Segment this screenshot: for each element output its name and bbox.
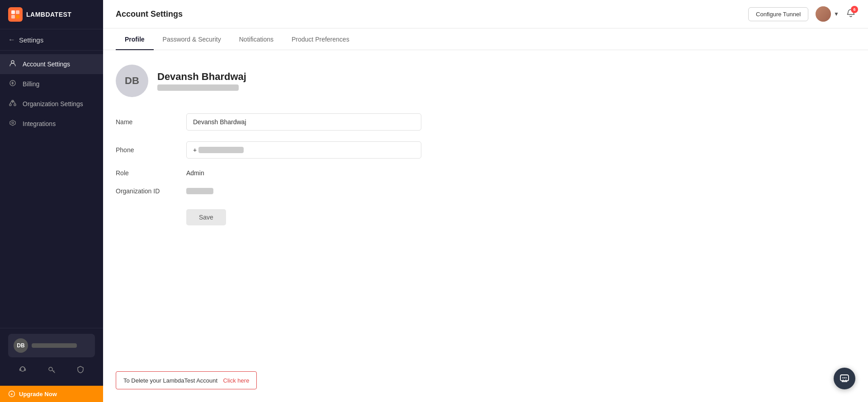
svg-text:+: + <box>10 392 13 397</box>
form-row-phone: Phone + <box>116 141 432 159</box>
organization-settings-icon <box>8 99 17 108</box>
tab-password-security[interactable]: Password & Security <box>154 28 230 50</box>
sidebar-bottom: DB <box>0 328 103 386</box>
name-input[interactable] <box>186 113 421 131</box>
svg-point-17 <box>842 377 843 378</box>
svg-rect-1 <box>16 10 19 14</box>
save-button[interactable]: Save <box>186 209 226 225</box>
sidebar-item-org-settings-label: Organization Settings <box>23 100 83 108</box>
form-row-org-id: Organization ID <box>116 187 432 195</box>
profile-form: Name Phone + Role Admin Organization ID … <box>116 113 432 225</box>
user-avatar-img <box>816 6 831 22</box>
sidebar-item-account-settings[interactable]: Account Settings <box>0 54 103 74</box>
notification-bell[interactable]: 6 <box>846 9 855 20</box>
name-label: Name <box>116 118 179 126</box>
org-id-value-masked <box>186 188 213 194</box>
profile-header: DB Devansh Bhardwaj <box>116 65 855 97</box>
svg-point-19 <box>845 377 846 378</box>
account-settings-icon <box>8 60 17 69</box>
svg-point-13 <box>49 367 52 371</box>
profile-info: Devansh Bhardwaj <box>157 71 246 91</box>
phone-plus-sign: + <box>193 146 197 154</box>
header-actions: Configure Tunnel ▼ 6 <box>748 6 855 22</box>
sidebar-item-billing-label: Billing <box>23 80 39 88</box>
sidebar-user-info: DB <box>8 334 95 357</box>
role-label: Role <box>116 169 179 177</box>
configure-tunnel-button[interactable]: Configure Tunnel <box>748 7 808 21</box>
delete-account-link[interactable]: Click here <box>223 377 250 384</box>
sidebar-item-billing[interactable]: Billing <box>0 74 103 94</box>
svg-point-18 <box>844 377 845 378</box>
svg-point-4 <box>11 61 14 63</box>
phone-input-wrapper: + <box>186 141 421 159</box>
sidebar-user-avatar: DB <box>14 338 28 353</box>
delete-account-box: To Delete your LambdaTest Account Click … <box>116 371 257 389</box>
sidebar-item-account-settings-label: Account Settings <box>23 61 70 68</box>
role-value: Admin <box>186 169 204 177</box>
sidebar: LAMBDATEST ← Settings Account Settings B… <box>0 0 103 402</box>
upgrade-now-bar[interactable]: + Upgrade Now <box>0 386 103 402</box>
profile-name: Devansh Bhardwaj <box>157 71 246 83</box>
sidebar-user-name-masked <box>32 343 77 348</box>
sidebar-back-label: Settings <box>19 36 43 44</box>
headset-icon[interactable] <box>16 363 29 379</box>
main-content: Account Settings Configure Tunnel ▼ 6 Pr… <box>103 0 868 402</box>
sidebar-nav: Account Settings Billing Organization <box>0 51 103 328</box>
logo-text: LAMBDATEST <box>26 11 71 18</box>
svg-rect-0 <box>11 10 15 14</box>
sidebar-back-button[interactable]: ← Settings <box>0 29 103 51</box>
tab-profile[interactable]: Profile <box>116 28 154 50</box>
sidebar-item-organization-settings[interactable]: Organization Settings <box>0 94 103 114</box>
sidebar-item-integrations[interactable]: Integrations <box>0 114 103 134</box>
svg-rect-3 <box>16 15 19 19</box>
phone-label: Phone <box>116 146 179 154</box>
main-header: Account Settings Configure Tunnel ▼ 6 <box>103 0 868 28</box>
chat-button[interactable] <box>834 368 855 389</box>
logo-icon <box>8 7 23 22</box>
tab-notifications[interactable]: Notifications <box>230 28 283 50</box>
profile-content: DB Devansh Bhardwaj Name Phone + Role <box>103 50 868 402</box>
phone-value-masked <box>198 147 244 153</box>
user-menu-chevron-icon[interactable]: ▼ <box>834 11 839 17</box>
tab-product-preferences[interactable]: Product Preferences <box>283 28 359 50</box>
page-title: Account Settings <box>116 9 183 19</box>
upgrade-bar-label: Upgrade Now <box>19 391 57 397</box>
key-icon[interactable] <box>45 363 58 379</box>
avatar: DB <box>116 65 148 97</box>
notification-count-badge: 6 <box>851 6 858 13</box>
integrations-icon <box>8 119 17 128</box>
profile-email-masked <box>157 84 239 91</box>
sidebar-logo: LAMBDATEST <box>0 0 103 29</box>
back-arrow-icon: ← <box>8 36 15 44</box>
form-row-role: Role Admin <box>116 169 432 177</box>
delete-account-section: To Delete your LambdaTest Account Click … <box>116 371 257 389</box>
delete-account-text: To Delete your LambdaTest Account <box>123 377 217 384</box>
shield-icon[interactable] <box>74 363 87 379</box>
tabs-bar: Profile Password & Security Notification… <box>103 28 868 50</box>
user-avatar-header[interactable] <box>816 6 831 22</box>
svg-rect-2 <box>11 15 15 19</box>
sidebar-item-integrations-label: Integrations <box>23 120 56 127</box>
sidebar-bottom-icons <box>8 361 95 380</box>
org-id-label: Organization ID <box>116 187 179 195</box>
form-row-name: Name <box>116 113 432 131</box>
billing-icon <box>8 79 17 89</box>
svg-point-9 <box>12 122 14 124</box>
